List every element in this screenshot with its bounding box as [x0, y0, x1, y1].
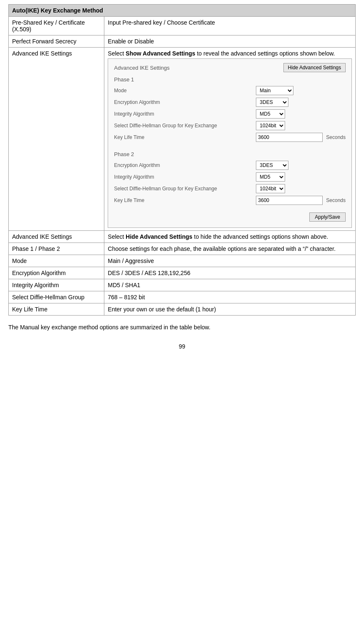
- apply-row: Apply/Save: [114, 210, 346, 222]
- table-row-int: Integrity Algorithm MD5 / SHA1: [9, 279, 356, 291]
- bottom-text: The Manual key exchange method options a…: [8, 324, 356, 331]
- table-row-mode: Mode Main / Aggressive: [9, 255, 356, 267]
- apply-save-button[interactable]: Apply/Save: [309, 212, 346, 222]
- ike-row-klt2: Key Life Time Seconds: [114, 196, 346, 205]
- table-row-pfs: Perfect Forward Secrecy Enable or Disabl…: [9, 35, 356, 48]
- phase1-section: Phase 1 Mode Main Aggressive Encryption …: [114, 76, 346, 142]
- table-row-header: Auto(IKE) Key Exchange Method: [9, 5, 356, 17]
- row-label-pfs: Perfect Forward Secrecy: [9, 35, 104, 48]
- ike-select-int1[interactable]: MD5 SHA1: [256, 109, 285, 119]
- ike-label-dh2: Select Diffie-Hellman Group for Key Exch…: [114, 186, 256, 192]
- ike-row-dh1: Select Diffie-Hellman Group for Key Exch…: [114, 121, 346, 130]
- row-label-int: Integrity Algorithm: [9, 279, 104, 291]
- hide-advanced-suffix: to hide the advanced settings options sh…: [192, 233, 328, 240]
- ike-row-klt1: Key Life Time Seconds: [114, 133, 346, 142]
- row-value-mode: Main / Aggressive: [104, 255, 356, 267]
- hide-advanced-bold: Hide Advanced Settings: [126, 233, 192, 240]
- phase2-label: Phase 2: [114, 151, 346, 157]
- ike-label-dh1: Select Diffie-Hellman Group for Key Exch…: [114, 123, 256, 129]
- show-advanced-prefix: Select: [108, 50, 126, 57]
- show-advanced-suffix: to reveal the advanced settings options …: [195, 50, 335, 57]
- row-label-enc: Encryption Algorithm: [9, 267, 104, 279]
- table-row-enc: Encryption Algorithm DES / 3DES / AES 12…: [9, 267, 356, 279]
- ike-label-int1: Integrity Algorithm: [114, 111, 256, 117]
- ike-panel: Advanced IKE Settings Hide Advanced Sett…: [108, 58, 352, 228]
- ike-label-enc1: Encryption Algorithm: [114, 99, 256, 105]
- ike-select-dh1[interactable]: 1024bit 768bit 2048bit 4096bit 8192bit: [256, 121, 285, 130]
- row-label-psk: Pre-Shared Key / Certificate (X.509): [9, 17, 104, 35]
- row-value-pfs: Enable or Disable: [104, 35, 356, 48]
- table-row-klt: Key Life Time Enter your own or use the …: [9, 303, 356, 316]
- table-row-ike-settings: Advanced IKE Settings Select Show Advanc…: [9, 48, 356, 231]
- phase1-label: Phase 1: [114, 76, 346, 83]
- ike-select-dh2[interactable]: 1024bit 768bit 2048bit 4096bit 8192bit: [256, 184, 285, 193]
- ike-row-dh2: Select Diffie-Hellman Group for Key Exch…: [114, 184, 346, 193]
- row-label-phase: Phase 1 / Phase 2: [9, 243, 104, 255]
- ike-row-int1: Integrity Algorithm MD5 SHA1: [114, 109, 346, 119]
- ike-select-enc1[interactable]: 3DES DES AES 128 AES 192 AES 256: [256, 98, 288, 107]
- hide-advanced-prefix: Select: [108, 233, 126, 240]
- row-value-psk: Input Pre-shared key / Choose Certificat…: [104, 17, 356, 35]
- row-label-dh: Select Diffie-Hellman Group: [9, 291, 104, 303]
- phase2-section: Phase 2 Encryption Algorithm 3DES DES AE…: [114, 151, 346, 205]
- row-value-ike: Select Show Advanced Settings to reveal …: [104, 48, 356, 231]
- ike-select-enc2[interactable]: 3DES DES AES 128 AES 192 AES 256: [256, 161, 288, 170]
- ike-label-klt2: Key Life Time: [114, 197, 256, 203]
- row-label-ike-hide: Advanced IKE Settings: [9, 231, 104, 243]
- ike-label-int2: Integrity Algorithm: [114, 174, 256, 180]
- row-value-dh: 768 – 8192 bit: [104, 291, 356, 303]
- ike-row-enc2: Encryption Algorithm 3DES DES AES 128 AE…: [114, 161, 346, 170]
- phase-gap: [114, 147, 346, 151]
- ike-label-enc2: Encryption Algorithm: [114, 162, 256, 168]
- ike-row-enc1: Encryption Algorithm 3DES DES AES 128 AE…: [114, 98, 346, 107]
- row-label-mode: Mode: [9, 255, 104, 267]
- page-number: 99: [8, 343, 356, 350]
- ike-seconds-label2: Seconds: [326, 197, 346, 203]
- header-cell: Auto(IKE) Key Exchange Method: [9, 5, 356, 17]
- ike-label-mode: Mode: [114, 88, 256, 93]
- row-value-ike-hide: Select Hide Advanced Settings to hide th…: [104, 231, 356, 243]
- ike-select-int2[interactable]: MD5 SHA1: [256, 172, 285, 182]
- row-value-phase: Choose settings for each phase, the avai…: [104, 243, 356, 255]
- table-row-phase: Phase 1 / Phase 2 Choose settings for ea…: [9, 243, 356, 255]
- row-label-klt: Key Life Time: [9, 303, 104, 316]
- ike-row-mode: Mode Main Aggressive: [114, 86, 346, 95]
- row-value-int: MD5 / SHA1: [104, 279, 356, 291]
- ike-row-int2: Integrity Algorithm MD5 SHA1: [114, 172, 346, 182]
- page-wrapper: Auto(IKE) Key Exchange Method Pre-Shared…: [0, 0, 364, 366]
- table-row-ike-hide: Advanced IKE Settings Select Hide Advanc…: [9, 231, 356, 243]
- ike-panel-header: Advanced IKE Settings Hide Advanced Sett…: [114, 63, 346, 72]
- show-advanced-bold: Show Advanced Settings: [126, 50, 195, 57]
- ike-panel-title: Advanced IKE Settings: [114, 65, 169, 71]
- table-row-dh: Select Diffie-Hellman Group 768 – 8192 b…: [9, 291, 356, 303]
- ike-seconds-label1: Seconds: [326, 134, 346, 140]
- row-value-klt: Enter your own or use the default (1 hou…: [104, 303, 356, 316]
- ike-label-klt1: Key Life Time: [114, 134, 256, 140]
- table-row-psk: Pre-Shared Key / Certificate (X.509) Inp…: [9, 17, 356, 35]
- ike-select-mode[interactable]: Main Aggressive: [256, 86, 293, 95]
- ike-input-klt1[interactable]: [256, 133, 323, 142]
- row-value-enc: DES / 3DES / AES 128,192,256: [104, 267, 356, 279]
- hide-advanced-settings-button[interactable]: Hide Advanced Settings: [283, 63, 346, 72]
- row-label-ike: Advanced IKE Settings: [9, 48, 104, 231]
- ike-input-klt2[interactable]: [256, 196, 323, 205]
- main-table: Auto(IKE) Key Exchange Method Pre-Shared…: [8, 4, 356, 316]
